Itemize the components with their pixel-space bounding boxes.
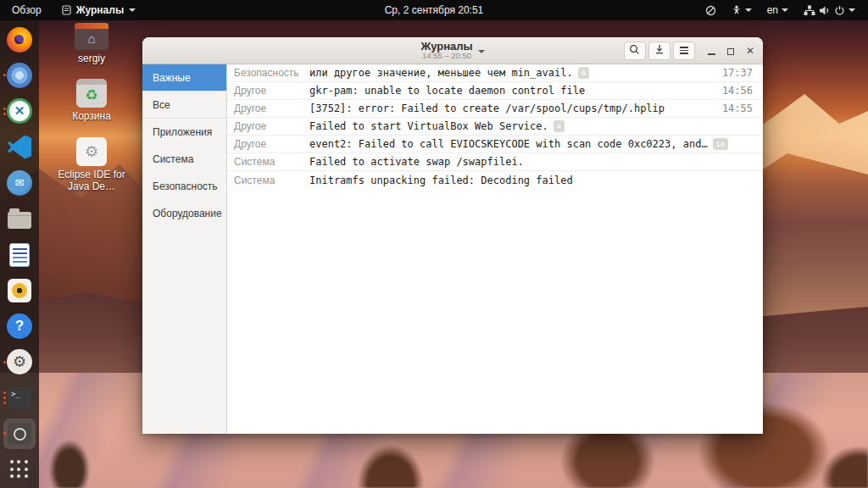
title-bar[interactable]: Журналы 14:55 – 20:50 ✕: [142, 37, 763, 64]
home-folder-icon: ⌂: [75, 23, 108, 50]
sidebar-item-label: Важные: [153, 72, 191, 84]
maximize-button[interactable]: [727, 43, 734, 58]
sidebar-item-label: Приложения: [153, 126, 212, 138]
log-message: Failed to start VirtualBox Web Service.: [309, 120, 548, 132]
libreoffice-writer-icon: [9, 243, 30, 267]
dock-item-terminal[interactable]: >_: [3, 383, 36, 413]
running-indicator: [3, 74, 6, 76]
log-time: 14:55: [722, 103, 753, 114]
desktop-icon-trash[interactable]: ♻ Корзина: [47, 79, 136, 123]
sidebar-item-applications[interactable]: Приложения: [142, 119, 226, 146]
chromium-icon: [7, 63, 32, 88]
dock-item-app-grid[interactable]: [3, 455, 36, 485]
chevron-down-icon: [849, 8, 855, 12]
dock-item-thunderbird[interactable]: ✉: [3, 168, 36, 197]
desktop-icon-label: Eclipse IDE for Java De…: [49, 169, 134, 193]
log-count-badge: 6: [578, 67, 589, 79]
menu-button[interactable]: [673, 42, 695, 60]
chevron-down-icon: [745, 8, 752, 12]
help-icon: ?: [7, 313, 32, 339]
logs-app-icon: [8, 423, 31, 445]
sidebar-item-label: Безопасность: [153, 180, 218, 192]
trash-icon: ♻: [76, 79, 107, 108]
dock-item-rhythmbox[interactable]: [3, 275, 36, 305]
desktop-icon-eclipse[interactable]: ⚙ Eclipse IDE for Java De…: [47, 137, 136, 193]
volume-icon: [819, 5, 831, 16]
sidebar-item-hardware[interactable]: Оборудование: [142, 200, 226, 227]
export-icon: [654, 43, 665, 58]
system-menu-button[interactable]: [798, 0, 861, 20]
dock-item-libreoffice-writer[interactable]: [3, 240, 36, 269]
log-category: Безопасность: [234, 67, 309, 79]
sidebar-item-all[interactable]: Все: [142, 92, 226, 119]
thunderbird-icon: ✉: [7, 170, 32, 196]
dock-item-x-app[interactable]: ✕: [3, 97, 36, 126]
desktop-screen: Обзор Журналы Ср, 2 сентября 20:51: [0, 0, 868, 488]
export-button[interactable]: [648, 42, 670, 60]
log-message: Initramfs unpacking failed: Decoding fai…: [309, 175, 573, 186]
dock-item-help[interactable]: ?: [3, 312, 36, 341]
running-indicator: [3, 361, 6, 363]
chevron-down-icon: [129, 8, 136, 12]
sidebar-item-security[interactable]: Безопасность: [142, 173, 226, 200]
firefox-icon: [7, 27, 32, 53]
dock-item-chromium[interactable]: [3, 60, 36, 90]
top-bar: Обзор Журналы Ср, 2 сентября 20:51: [0, 0, 868, 20]
running-indicator: [3, 402, 6, 404]
accessibility-icon: [732, 5, 742, 16]
dock-item-firefox[interactable]: [3, 25, 36, 54]
log-row[interactable]: Система Failed to activate swap /swapfil…: [227, 153, 763, 171]
dock: ✕ ✉ ? ⚙ >_: [0, 20, 39, 488]
activities-label: Обзор: [12, 4, 42, 16]
terminal-icon: >_: [8, 387, 31, 409]
journal-icon: [62, 5, 71, 15]
log-message: или другое значение, меньшее чем min_ava…: [309, 67, 573, 79]
minimize-icon: [708, 53, 715, 55]
search-icon: [629, 43, 640, 58]
log-category: Другое: [234, 138, 309, 150]
clock-button[interactable]: Ср, 2 сентября 20:51: [376, 0, 492, 20]
chevron-down-icon: [782, 8, 788, 12]
dock-item-logs[interactable]: [3, 419, 36, 448]
dock-item-files[interactable]: [3, 204, 36, 234]
log-row[interactable]: Безопасность или другое значение, меньше…: [227, 64, 763, 82]
keyboard-layout-button[interactable]: en: [761, 0, 794, 20]
do-not-disturb-icon: [705, 5, 716, 16]
sidebar-item-important[interactable]: Важные: [142, 64, 226, 92]
log-row[interactable]: Другое [3752]: error: Failed to create /…: [227, 100, 763, 118]
x-app-icon: ✕: [7, 98, 32, 124]
log-row[interactable]: Другое gkr-pam: unable to locate daemon …: [227, 82, 763, 100]
log-category: Другое: [234, 120, 309, 132]
sidebar-item-system[interactable]: Система: [142, 146, 226, 173]
log-row[interactable]: Другое Failed to start VirtualBox Web Se…: [227, 118, 763, 136]
search-button[interactable]: [624, 42, 646, 60]
accessibility-menu-button[interactable]: [726, 0, 758, 20]
desktop-icon-home-folder[interactable]: ⌂ sergiy: [47, 23, 136, 65]
dock-item-settings[interactable]: ⚙: [3, 347, 36, 377]
running-indicator: [3, 391, 6, 394]
files-icon: [8, 212, 31, 229]
close-button[interactable]: ✕: [746, 46, 754, 56]
minimize-button[interactable]: [708, 43, 715, 58]
app-grid-icon: [10, 460, 29, 479]
log-message: gkr-pam: unable to locate daemon control…: [309, 85, 585, 97]
time-range-chevron-icon: [478, 50, 485, 53]
log-row[interactable]: Система Initramfs unpacking failed: Deco…: [227, 171, 763, 189]
notifications-disabled-button[interactable]: [699, 0, 722, 20]
log-count-badge: 4: [554, 120, 565, 132]
log-category: Система: [234, 156, 309, 168]
log-list: Безопасность или другое значение, меньше…: [227, 64, 763, 434]
close-icon: ✕: [746, 45, 754, 57]
window-title: Журналы: [420, 41, 472, 53]
dock-item-vscode[interactable]: [3, 132, 36, 162]
sidebar-item-label: Все: [153, 99, 170, 111]
sidebar-item-label: Оборудование: [153, 208, 222, 219]
app-menu-button[interactable]: Журналы: [53, 0, 144, 20]
rhythmbox-icon: [8, 279, 31, 302]
activities-button[interactable]: Обзор: [0, 0, 53, 20]
running-indicator: [3, 113, 6, 115]
log-time: 14:56: [722, 85, 753, 97]
log-message: event2: Failed to call EVIOCSKEYCODE wit…: [309, 138, 708, 150]
clock-label: Ср, 2 сентября 20:51: [385, 4, 484, 16]
log-row[interactable]: Другое event2: Failed to call EVIOCSKEYC…: [227, 136, 763, 153]
